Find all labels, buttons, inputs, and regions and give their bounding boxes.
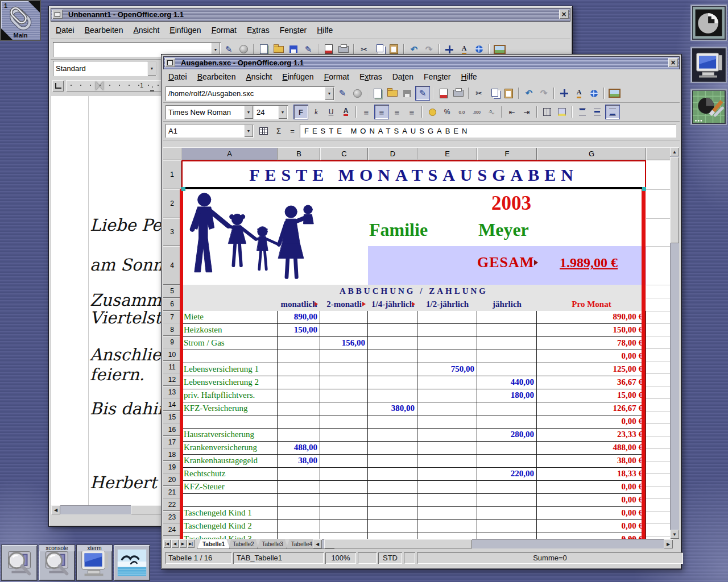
paragraph-style-select[interactable]: Standard ▼ bbox=[53, 61, 157, 76]
cell-B13[interactable] bbox=[278, 389, 320, 402]
row-header-14[interactable]: 14 bbox=[163, 398, 181, 411]
cell-G8[interactable]: 150,00 € bbox=[537, 324, 646, 336]
background-color-icon[interactable] bbox=[555, 105, 569, 119]
cell-B11[interactable] bbox=[278, 363, 320, 376]
row-header-23[interactable]: 23 bbox=[163, 511, 181, 523]
cell-F15[interactable] bbox=[477, 415, 537, 428]
cell-D8[interactable] bbox=[368, 324, 417, 336]
row-header-5[interactable]: 5 bbox=[163, 285, 181, 298]
cell-B19[interactable] bbox=[278, 468, 320, 480]
cell-F20[interactable] bbox=[477, 481, 537, 493]
cell-C11[interactable] bbox=[320, 363, 368, 376]
cell-E14[interactable] bbox=[417, 402, 477, 415]
chevron-down-icon[interactable]: ▼ bbox=[244, 106, 253, 119]
cell-E16[interactable] bbox=[417, 429, 477, 441]
new-document-icon[interactable] bbox=[371, 86, 384, 100]
menu-bearbeiten[interactable]: Bearbeiten bbox=[80, 24, 129, 36]
cell-F23[interactable] bbox=[477, 520, 537, 533]
cell-G22[interactable]: 0,00 € bbox=[537, 507, 646, 519]
cell-A15[interactable] bbox=[181, 415, 278, 428]
cell-F18[interactable] bbox=[477, 455, 537, 467]
cell-B7[interactable]: 890,00 bbox=[278, 311, 320, 323]
increase-indent-icon[interactable] bbox=[520, 105, 533, 119]
edit-mode-icon[interactable] bbox=[415, 86, 430, 101]
family-label[interactable]: Familie bbox=[369, 219, 428, 240]
cell-A22[interactable]: Taschengeld Kind 1 bbox=[181, 507, 278, 519]
menu-format[interactable]: Format bbox=[206, 24, 242, 36]
menu-daten[interactable]: Daten bbox=[387, 70, 419, 83]
save-document-icon[interactable] bbox=[400, 86, 414, 100]
scroll-down-icon[interactable]: ▼ bbox=[670, 530, 679, 539]
cell-B22[interactable] bbox=[278, 507, 320, 519]
cell-D12[interactable] bbox=[368, 376, 417, 389]
vertical-scrollbar[interactable]: ▲ ▼ bbox=[670, 147, 679, 539]
menu-bearbeiten[interactable]: Bearbeiten bbox=[192, 70, 241, 83]
cell-D13[interactable] bbox=[368, 389, 417, 402]
first-sheet-button[interactable] bbox=[163, 539, 171, 548]
column-header-C[interactable]: C bbox=[320, 147, 368, 160]
row-header-24[interactable]: 24 bbox=[163, 523, 181, 536]
clip-arrow-icon[interactable] bbox=[1, 28, 13, 40]
cell-G9[interactable]: 78,00 € bbox=[537, 337, 646, 350]
cell-A10[interactable] bbox=[181, 350, 278, 363]
spreadsheet-grid[interactable]: FESTE MONATSAUSGABEN bbox=[181, 160, 646, 539]
row-header-13[interactable]: 13 bbox=[163, 386, 181, 398]
cell-B18[interactable]: 38,00 bbox=[278, 455, 320, 467]
row-header-6[interactable]: 6 bbox=[163, 298, 181, 311]
cell-B16[interactable] bbox=[278, 429, 320, 441]
family-name[interactable]: Meyer bbox=[478, 219, 529, 240]
cell-G17[interactable]: 488,00 € bbox=[537, 442, 646, 454]
section-header[interactable]: ABBUCHUNG / ZAHLUNG bbox=[181, 285, 646, 298]
cell-E23[interactable] bbox=[417, 520, 477, 533]
menu-ansicht[interactable]: Ansicht bbox=[128, 24, 164, 36]
italic-icon[interactable]: k bbox=[309, 105, 323, 119]
cell-A19[interactable]: Rechtschutz bbox=[181, 468, 278, 480]
cell-F12[interactable]: 440,00 bbox=[477, 376, 537, 389]
row-header-22[interactable]: 22 bbox=[163, 498, 181, 511]
sum-button[interactable]: Σ bbox=[272, 125, 285, 136]
cell-E7[interactable] bbox=[417, 311, 477, 323]
cell-C18[interactable] bbox=[320, 455, 368, 467]
cell-D14[interactable]: 380,00 bbox=[368, 402, 417, 415]
cell-D18[interactable] bbox=[368, 455, 417, 467]
cell-F11[interactable] bbox=[477, 363, 537, 376]
row-header-10[interactable]: 10 bbox=[163, 348, 181, 361]
zoom-status[interactable]: 100% bbox=[325, 552, 356, 564]
cell-F7[interactable] bbox=[477, 311, 537, 323]
cell-B21[interactable] bbox=[278, 494, 320, 506]
cell-C8[interactable] bbox=[320, 324, 368, 336]
sheet-tab-tabelle2[interactable]: Tabelle2 bbox=[228, 539, 259, 549]
cell-B10[interactable] bbox=[278, 350, 320, 363]
cell-D22[interactable] bbox=[368, 507, 417, 519]
cell-B8[interactable]: 150,00 bbox=[278, 324, 320, 336]
row-header-7[interactable]: 7 bbox=[163, 311, 181, 323]
cell-E11[interactable]: 750,00 bbox=[417, 363, 477, 376]
cell-B17[interactable]: 488,00 bbox=[278, 442, 320, 454]
scroll-up-icon[interactable]: ▲ bbox=[670, 147, 679, 156]
chevron-down-icon[interactable]: ▼ bbox=[325, 87, 334, 100]
family-silhouette-image[interactable] bbox=[185, 191, 355, 284]
window-menu-button[interactable] bbox=[52, 10, 63, 19]
dock-tile-appearance[interactable] bbox=[690, 89, 727, 125]
cell-F8[interactable] bbox=[477, 324, 537, 336]
cell-E22[interactable] bbox=[417, 507, 477, 519]
cell-B20[interactable] bbox=[278, 481, 320, 493]
cell-G10[interactable]: 0,00 € bbox=[537, 350, 646, 363]
print-file-icon[interactable] bbox=[452, 86, 465, 100]
open-file-icon[interactable] bbox=[386, 86, 399, 100]
chevron-down-icon[interactable]: ▼ bbox=[147, 61, 156, 76]
cell-A7[interactable]: Miete bbox=[181, 311, 278, 323]
cell-F9[interactable] bbox=[477, 337, 537, 350]
function-wizard-button[interactable] bbox=[257, 125, 270, 136]
cell-C23[interactable] bbox=[320, 520, 368, 533]
cell-C9[interactable]: 156,00 bbox=[320, 337, 368, 350]
align-top-icon[interactable] bbox=[576, 105, 589, 119]
column-header-B[interactable]: B bbox=[278, 147, 320, 160]
cell-D23[interactable] bbox=[368, 520, 417, 533]
cell-G11[interactable]: 125,00 € bbox=[537, 363, 646, 376]
align-left-icon[interactable] bbox=[359, 105, 373, 119]
cell-D16[interactable] bbox=[368, 429, 417, 441]
chevron-down-icon[interactable]: ▼ bbox=[244, 124, 253, 137]
cell-F10[interactable] bbox=[477, 350, 537, 363]
cell-E19[interactable] bbox=[417, 468, 477, 480]
